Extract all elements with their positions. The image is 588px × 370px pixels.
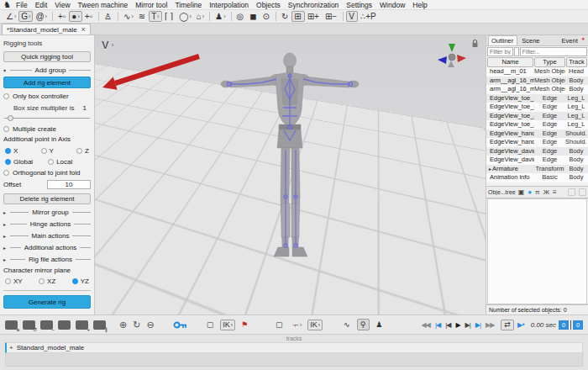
EdgeView_toe_A...[interactable]: EdgeView_toe_A... Edge Leg_L: [486, 120, 588, 130]
app-logo-icon[interactable]: ♞: [3, 1, 11, 9]
curves-icon[interactable]: ≋: [136, 11, 149, 23]
pose-tool-icon[interactable]: ∠ ›: [3, 11, 18, 23]
character-model[interactable]: [95, 35, 486, 314]
split-view-icon[interactable]: ∥: [93, 320, 106, 330]
loop-button[interactable]: ⇄: [501, 320, 514, 330]
group-tool-icon[interactable]: G ›: [18, 11, 33, 22]
menu-icon[interactable]: ≡: [553, 188, 557, 196]
EdgeView_toe_A...[interactable]: EdgeView_toe_A... Edge Leg_L: [486, 112, 588, 121]
zoom-in-icon[interactable]: ⊕: [119, 320, 127, 330]
EdgeView_david...[interactable]: EdgeView_david... Edge Body: [486, 147, 588, 156]
EdgeView_toe_M...[interactable]: EdgeView_toe_M... Edge Leg_L: [486, 94, 588, 103]
select-frame-icon[interactable]: ▢: [204, 319, 218, 330]
frame-end-input[interactable]: 0: [573, 320, 583, 330]
slider-handle[interactable]: [8, 115, 13, 121]
play-button[interactable]: ▶: [454, 319, 461, 330]
spiral-icon[interactable]: ↻: [279, 11, 291, 23]
folder-lock-icon[interactable]: a: [5, 320, 18, 330]
timeline-track-row[interactable]: + Standard_model_male: [5, 342, 583, 353]
collapsible-section[interactable]: ▸ Mirror group: [3, 208, 91, 217]
lock-icon[interactable]: [471, 39, 479, 48]
prev-keyframe-button[interactable]: |◀: [433, 319, 442, 330]
menu-item[interactable]: Timeline: [175, 1, 202, 9]
ghost-pose-icon[interactable]: ♟: [373, 319, 386, 330]
next-keyframe-button[interactable]: ▶|: [474, 319, 482, 330]
ghost-after-icon[interactable]: +▫: [82, 11, 96, 23]
viewport-menu[interactable]: V ›: [102, 39, 113, 51]
next-frame-button[interactable]: ▶|: [464, 319, 472, 330]
menu-item[interactable]: Mirror tool: [135, 1, 167, 9]
column-header-track[interactable]: Track: [566, 57, 587, 67]
axis-radio[interactable]: X: [5, 147, 18, 155]
tab-standard-model-male[interactable]: *Standard_model_male ×: [2, 24, 91, 34]
menu-item[interactable]: File: [16, 1, 28, 9]
expand-plus-icon[interactable]: +: [9, 344, 13, 352]
menu-item[interactable]: Window: [380, 1, 405, 9]
quick-rigging-tool-button[interactable]: Quick rigging tool: [3, 51, 91, 62]
arm__agl_16_m...[interactable]: arm__agl_16_m... Mesh Object Body: [486, 77, 588, 86]
run-mode-icon[interactable]: ♟ ›: [213, 11, 228, 23]
generate-rig-button[interactable]: Generate rig: [3, 295, 91, 309]
menu-item[interactable]: Synchronization: [288, 1, 339, 9]
column-header-name[interactable]: Name: [487, 57, 533, 67]
collapsible-section[interactable]: ▸ Hinge actions: [3, 219, 91, 229]
render-view-icon[interactable]: [58, 320, 71, 330]
tab-close-icon[interactable]: ×: [81, 25, 86, 34]
frame-start-input[interactable]: 0: [559, 320, 569, 330]
jump-end-button[interactable]: ▶▶: [484, 319, 496, 330]
right-panel-tab[interactable]: Scene settings: [518, 35, 557, 45]
add-view-icon[interactable]: ⊞+: [305, 11, 323, 23]
Armature[interactable]: ▸Armature Transform Body: [486, 165, 588, 174]
menu-item[interactable]: Help: [412, 1, 427, 9]
brackets-icon[interactable]: ⌈ ⌉: [162, 11, 177, 23]
EdgeView_hand_...[interactable]: EdgeView_hand_... Edge Should...: [486, 138, 588, 147]
space-radio[interactable]: Global: [5, 158, 33, 166]
EdgeView_david...[interactable]: EdgeView_david... Edge Body: [486, 156, 588, 165]
menu-item[interactable]: Objects: [256, 1, 281, 9]
camera-icon[interactable]: ◼: [247, 11, 260, 23]
folder-remove-icon[interactable]: −: [40, 320, 53, 330]
viewport-3d[interactable]: V ›: [95, 35, 486, 314]
tween-machine-icon[interactable]: @ ›: [33, 11, 50, 23]
divider[interactable]: [118, 12, 118, 21]
divider[interactable]: [52, 12, 53, 21]
menu-item[interactable]: Interpolation: [209, 1, 249, 9]
delete-rig-element-button[interactable]: Delete rig element: [3, 193, 91, 204]
offset-input[interactable]: 10: [47, 180, 91, 189]
folder-reload-icon[interactable]: ↺: [23, 320, 35, 330]
timeline-empty-area[interactable]: [5, 353, 583, 367]
mirror-plane-radio[interactable]: XY: [5, 278, 23, 285]
visual-editor-icon[interactable]: V: [346, 11, 358, 22]
menu-item[interactable]: Settings: [346, 1, 372, 9]
key-icon[interactable]: [173, 320, 187, 330]
sphere-icon[interactable]: ●: [528, 188, 532, 196]
focus-icon[interactable]: ⊙: [260, 11, 273, 23]
box-size-multiplier-value[interactable]: 1: [82, 104, 86, 112]
arm__agl_16_m...[interactable]: arm__agl_16_m... Mesh Object Body: [486, 85, 588, 94]
orthogonal-checkbox[interactable]: [3, 170, 9, 176]
menu-item[interactable]: View: [55, 1, 70, 9]
circle-tool-icon[interactable]: ◯ ›: [176, 11, 194, 23]
curve-lock-icon[interactable]: ∿: [341, 319, 354, 330]
joint-icon[interactable]: π: [535, 188, 540, 196]
trajectory-icon[interactable]: ·⌐ ›: [290, 319, 305, 330]
menu-item[interactable]: Tween machine: [78, 1, 129, 9]
divider[interactable]: [209, 12, 210, 21]
remove-view-icon[interactable]: ⊞−: [323, 11, 340, 23]
right-panel-tab[interactable]: Outliner: [488, 35, 517, 45]
camera-add-icon[interactable]: +: [76, 320, 88, 330]
filter-input[interactable]: [520, 47, 587, 56]
head__m_01[interactable]: head__m_01 Mesh Object Head: [486, 67, 588, 77]
ik-mode-icon[interactable]: IK ›: [220, 320, 235, 330]
pin-icon[interactable]: ⚲: [357, 319, 370, 330]
filter-input[interactable]: [487, 47, 513, 56]
grid-view-icon[interactable]: ⊞: [291, 11, 304, 22]
keyframe-icon[interactable]: ● ›: [69, 11, 81, 22]
divider[interactable]: [231, 12, 232, 21]
curve-icon[interactable]: ∿ ›: [121, 11, 136, 23]
object-tree-area[interactable]: [487, 198, 587, 305]
character-icon[interactable]: ♙: [102, 11, 115, 23]
add-group-section[interactable]: ▾ Add group: [3, 66, 91, 74]
collapsible-section[interactable]: ▸ Main actions: [3, 231, 91, 240]
mesh-icon[interactable]: Ж: [543, 188, 549, 196]
